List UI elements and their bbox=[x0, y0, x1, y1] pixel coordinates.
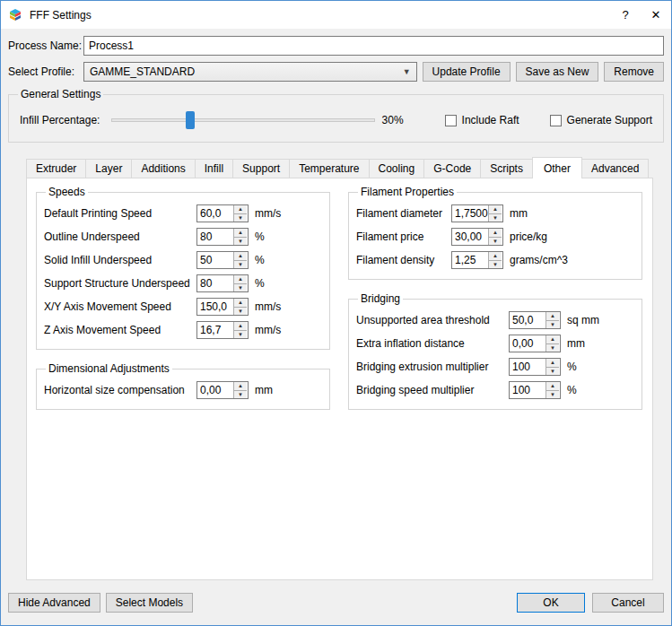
spin-down-icon[interactable]: ▼ bbox=[234, 390, 247, 399]
outline-underspeed-spinner[interactable]: ▲▼ bbox=[196, 228, 249, 246]
tab-other[interactable]: Other bbox=[532, 157, 582, 178]
solid-infill-underspeed-input[interactable] bbox=[197, 252, 233, 268]
bridging-speed-multiplier-input[interactable] bbox=[510, 382, 545, 398]
infill-slider-track[interactable] bbox=[111, 118, 375, 122]
tab-cooling[interactable]: Cooling bbox=[369, 159, 425, 178]
field-row: Support Structure Underspeed▲▼% bbox=[44, 272, 322, 295]
spin-arrows: ▲▼ bbox=[233, 275, 247, 291]
default-printing-speed-spinner[interactable]: ▲▼ bbox=[196, 204, 249, 222]
select-models-button[interactable]: Select Models bbox=[106, 593, 193, 613]
support-structure-underspeed-input[interactable] bbox=[197, 275, 233, 291]
spin-up-icon[interactable]: ▲ bbox=[489, 229, 502, 237]
spin-up-icon[interactable]: ▲ bbox=[234, 275, 247, 283]
outline-underspeed-input[interactable] bbox=[197, 229, 233, 245]
field-row: Z Axis Movement Speed▲▼mm/s bbox=[44, 318, 322, 342]
spin-down-icon[interactable]: ▼ bbox=[546, 390, 559, 399]
ok-button[interactable]: OK bbox=[517, 593, 585, 613]
generate-support-checkbox[interactable]: Generate Support bbox=[550, 114, 652, 126]
extra-inflation-distance-input[interactable] bbox=[510, 335, 545, 352]
titlebar: FFF Settings ? ✕ bbox=[1, 1, 671, 29]
tab-infill[interactable]: Infill bbox=[195, 159, 233, 178]
spin-down-icon[interactable]: ▼ bbox=[489, 237, 502, 246]
tab-scripts[interactable]: Scripts bbox=[480, 159, 533, 178]
default-printing-speed-unit: mm/s bbox=[255, 207, 281, 220]
checkbox-box[interactable] bbox=[445, 115, 457, 126]
tab-support[interactable]: Support bbox=[232, 159, 290, 178]
tab-g-code[interactable]: G-Code bbox=[423, 159, 481, 178]
xy-axis-movement-speed-input[interactable] bbox=[197, 299, 233, 315]
app-icon bbox=[8, 8, 22, 22]
infill-slider-handle[interactable] bbox=[186, 111, 195, 129]
cancel-button[interactable]: Cancel bbox=[592, 593, 664, 613]
tab-additions[interactable]: Additions bbox=[131, 159, 195, 178]
spin-up-icon[interactable]: ▲ bbox=[546, 312, 559, 320]
spin-up-icon[interactable]: ▲ bbox=[546, 359, 559, 367]
bridging-extrusion-multiplier-label: Bridging extrusion multiplier bbox=[356, 361, 509, 373]
tab-extruder[interactable]: Extruder bbox=[26, 159, 86, 178]
include-raft-checkbox[interactable]: Include Raft bbox=[445, 114, 519, 126]
z-axis-movement-speed-input[interactable] bbox=[197, 322, 233, 338]
filament-density-input[interactable] bbox=[452, 252, 488, 268]
remove-button[interactable]: Remove bbox=[604, 62, 664, 82]
spin-down-icon[interactable]: ▼ bbox=[234, 213, 247, 222]
profile-select[interactable]: GAMME_STANDARD ▼ bbox=[83, 62, 417, 82]
outline-underspeed-label: Outline Underspeed bbox=[44, 230, 196, 243]
spin-up-icon[interactable]: ▲ bbox=[234, 322, 247, 330]
spin-down-icon[interactable]: ▼ bbox=[234, 330, 247, 339]
help-button[interactable]: ? bbox=[610, 1, 641, 29]
tab-layer[interactable]: Layer bbox=[85, 159, 132, 178]
default-printing-speed-input[interactable] bbox=[197, 205, 233, 222]
filament-price-spinner[interactable]: ▲▼ bbox=[451, 228, 503, 246]
spin-down-icon[interactable]: ▼ bbox=[546, 343, 559, 352]
left-column: Speeds Default Printing Speed▲▼mm/sOutli… bbox=[36, 186, 330, 572]
checkbox-box[interactable] bbox=[550, 115, 562, 126]
process-name-input[interactable] bbox=[83, 36, 664, 56]
extra-inflation-distance-spinner[interactable]: ▲▼ bbox=[509, 335, 561, 352]
spin-down-icon[interactable]: ▼ bbox=[489, 260, 502, 269]
bridging-speed-multiplier-spinner[interactable]: ▲▼ bbox=[509, 381, 561, 399]
right-column: Filament Properties Filament diameter▲▼m… bbox=[348, 186, 642, 572]
tab-advanced[interactable]: Advanced bbox=[581, 159, 649, 178]
filament-diameter-unit: mm bbox=[510, 207, 528, 220]
horizontal-size-compensation-input[interactable] bbox=[197, 382, 233, 398]
filament-density-spinner[interactable]: ▲▼ bbox=[451, 251, 503, 269]
spin-down-icon[interactable]: ▼ bbox=[546, 367, 559, 376]
spin-up-icon[interactable]: ▲ bbox=[489, 252, 502, 260]
spin-down-icon[interactable]: ▼ bbox=[234, 260, 247, 269]
spin-down-icon[interactable]: ▼ bbox=[546, 320, 559, 329]
horizontal-size-compensation-spinner[interactable]: ▲▼ bbox=[196, 381, 249, 399]
field-row: Bridging speed multiplier▲▼% bbox=[356, 378, 634, 402]
filament-price-input[interactable] bbox=[452, 229, 488, 245]
filament-diameter-spinner[interactable]: ▲▼ bbox=[451, 204, 503, 222]
bridging-extrusion-multiplier-input[interactable] bbox=[510, 359, 545, 375]
unsupported-area-threshold-spinner[interactable]: ▲▼ bbox=[509, 311, 561, 329]
xy-axis-movement-speed-spinner[interactable]: ▲▼ bbox=[196, 298, 249, 316]
spin-down-icon[interactable]: ▼ bbox=[234, 283, 247, 292]
filament-diameter-input[interactable] bbox=[452, 205, 488, 222]
update-profile-button[interactable]: Update Profile bbox=[423, 62, 511, 82]
spin-up-icon[interactable]: ▲ bbox=[234, 252, 247, 260]
tab-temperature[interactable]: Temperature bbox=[289, 159, 369, 178]
support-structure-underspeed-spinner[interactable]: ▲▼ bbox=[196, 274, 249, 292]
spin-up-icon[interactable]: ▲ bbox=[546, 335, 559, 343]
spin-down-icon[interactable]: ▼ bbox=[234, 237, 247, 246]
infill-row: Infill Percentage: 30% Include RaftGener… bbox=[16, 104, 656, 135]
spin-up-icon[interactable]: ▲ bbox=[234, 299, 247, 307]
spin-down-icon[interactable]: ▼ bbox=[489, 213, 502, 222]
bridging-extrusion-multiplier-spinner[interactable]: ▲▼ bbox=[509, 358, 561, 376]
spin-up-icon[interactable]: ▲ bbox=[234, 382, 247, 390]
save-as-new-button[interactable]: Save as New bbox=[516, 62, 599, 82]
infill-slider[interactable] bbox=[111, 111, 375, 129]
spin-down-icon[interactable]: ▼ bbox=[234, 307, 247, 316]
spin-arrows: ▲▼ bbox=[545, 359, 559, 375]
spin-up-icon[interactable]: ▲ bbox=[546, 382, 559, 390]
spin-up-icon[interactable]: ▲ bbox=[234, 229, 247, 237]
spin-up-icon[interactable]: ▲ bbox=[489, 205, 502, 213]
unsupported-area-threshold-input[interactable] bbox=[510, 312, 545, 328]
close-button[interactable]: ✕ bbox=[641, 1, 671, 29]
solid-infill-underspeed-spinner[interactable]: ▲▼ bbox=[196, 251, 249, 269]
infill-percentage-value: 30% bbox=[382, 114, 415, 126]
spin-up-icon[interactable]: ▲ bbox=[234, 205, 247, 213]
hide-advanced-button[interactable]: Hide Advanced bbox=[8, 593, 100, 613]
z-axis-movement-speed-spinner[interactable]: ▲▼ bbox=[196, 321, 249, 339]
